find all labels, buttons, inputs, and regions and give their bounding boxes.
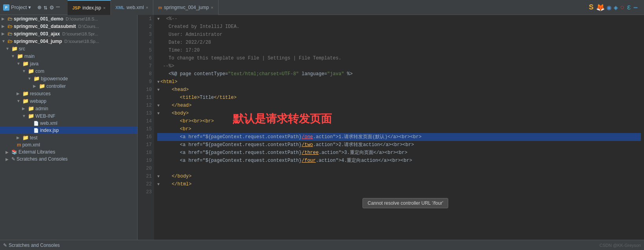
browser-icon-6[interactable]: ⋯: [633, 3, 638, 12]
line-numbers: 1 2 3 4 5 6 7 8 9 10 11 12 13 14 15 16 1…: [138, 15, 154, 240]
add-icon[interactable]: ⊕: [37, 4, 41, 11]
tab-index-jsp[interactable]: JSP index.jsp ×: [68, 0, 111, 15]
project-dropdown-arrow[interactable]: ▾: [28, 4, 31, 10]
scratches-item[interactable]: ✎ Scratches and Consoles: [3, 243, 60, 248]
admin-label: admin: [35, 106, 48, 111]
sidebar-item-pomxml[interactable]: ▶ m pom.xml: [0, 141, 137, 148]
sidebar-item-webapp[interactable]: ▼ 📁 webapp: [0, 97, 137, 105]
folder-icon: 📁: [33, 76, 40, 81]
browser-icon-3[interactable]: ◈: [614, 3, 618, 12]
com-label: com: [35, 69, 44, 74]
sidebar-item-webxml[interactable]: ▶ 📄 web.xml: [0, 120, 137, 127]
tab-label-web-xml: web.xml: [127, 5, 144, 10]
arrow-icon: ▶: [17, 135, 21, 140]
scratches-label: Scratches and Consoles: [17, 156, 68, 162]
src-label: src: [19, 46, 25, 52]
project-label[interactable]: P Project ▾: [3, 4, 31, 11]
lib-icon: 📚: [11, 149, 17, 155]
browser-icon-4[interactable]: ○: [620, 4, 625, 11]
sidebar-item-external-libs[interactable]: ▶ 📚 External Libraries: [0, 148, 137, 156]
sidebar-item-project4[interactable]: ▼ 🗁 springmvc_004_jump D:\course\18.Sp..…: [0, 37, 137, 45]
tab-web-xml[interactable]: XML web.xml ×: [111, 0, 154, 15]
scratches-label: Scratches and Consoles: [9, 243, 60, 248]
tab-label-springmvc-jump: springmvc_004_jump: [164, 5, 209, 10]
project-title: Project: [11, 4, 27, 10]
code-line-3: User: Administrator: [157, 31, 641, 39]
arrow-icon: ▼: [2, 39, 6, 43]
arrow-icon: ▶: [6, 150, 10, 154]
fold-icon[interactable]: ▼: [157, 17, 160, 21]
external-libs-label: External Libraries: [18, 149, 55, 155]
sidebar-item-webinf[interactable]: ▼ 📁 WEB-INF: [0, 112, 137, 120]
java-label: java: [30, 61, 39, 67]
watermark: CSDN @KK-Greyson: [600, 243, 641, 248]
tab-springmvc-jump[interactable]: m springmvc_004_jump ×: [153, 0, 218, 15]
project-icon: P: [3, 4, 9, 11]
scratch-icon: ✎: [11, 156, 15, 162]
fold-icon[interactable]: ▼: [157, 182, 160, 187]
folder-icon: 📁: [28, 106, 34, 111]
pomxml-label: pom.xml: [22, 142, 40, 148]
code-area[interactable]: 1 2 3 4 5 6 7 8 9 10 11 12 13 14 15 16 1…: [138, 15, 644, 240]
sidebar-item-admin[interactable]: ▶ 📁 admin: [0, 105, 137, 112]
bjpowernode-label: bjpowernode: [41, 76, 68, 81]
arrow-icon: ▼: [6, 46, 10, 51]
layout-icon[interactable]: ⇅: [44, 4, 48, 11]
code-content[interactable]: 默认是请求转发页面 ▼ <%-- Created by IntelliJ IDE…: [154, 15, 644, 240]
sidebar-item-controller[interactable]: ▶ 📁 controller: [0, 82, 137, 90]
controller-label: controller: [46, 83, 66, 89]
code-line-23: [157, 188, 641, 196]
sidebar-item-project3[interactable]: ▶ 🗁 springmvc_003_ajax D:\course\18.Spr.…: [0, 30, 137, 37]
sidebar-item-scratches[interactable]: ▶ ✎ Scratches and Consoles: [0, 156, 137, 163]
code-line-11: <title>Title</title>: [157, 94, 641, 102]
arrow-icon: ▼: [17, 99, 21, 103]
sidebar-item-indexjsp[interactable]: ▶ 📄 index.jsp: [0, 127, 137, 134]
project3-label: springmvc_003_ajax: [14, 31, 60, 37]
tab-close-springmvc-jump[interactable]: ×: [211, 5, 213, 10]
sidebar-item-resources[interactable]: ▶ 📁 resources: [0, 90, 137, 97]
arrow-icon: ▶: [2, 17, 6, 21]
sidebar-item-src[interactable]: ▼ 📁 src: [0, 45, 137, 52]
editor: 1 2 3 4 5 6 7 8 9 10 11 12 13 14 15 16 1…: [138, 15, 644, 240]
webxml-label: web.xml: [40, 120, 57, 126]
sidebar-item-project1[interactable]: ▶ 🗁 springmvc_001_demo D:\course\18.S...: [0, 15, 137, 22]
bottom-bar: ✎ Scratches and Consoles CSDN @KK-Greyso…: [0, 240, 644, 250]
project1-label: springmvc_001_demo: [14, 16, 63, 22]
test-label: test: [30, 135, 37, 141]
main-label: main: [24, 54, 35, 59]
settings-icon[interactable]: ⚙: [50, 4, 54, 11]
fold-icon[interactable]: ▼: [157, 80, 160, 84]
code-line-8: <%@ page contentType="text/html;charset=…: [157, 70, 641, 78]
webapp-label: webapp: [30, 98, 46, 104]
fold-icon[interactable]: ▼: [157, 104, 160, 108]
tab-close-web-xml[interactable]: ×: [146, 5, 148, 10]
browser-icon-5[interactable]: ε: [627, 4, 631, 11]
tab-close-index-jsp[interactable]: ×: [103, 6, 105, 10]
browser-icon-2[interactable]: ◉: [607, 3, 611, 12]
arrow-icon: ▼: [28, 76, 32, 81]
code-line-7: --%>: [157, 62, 641, 70]
sidebar-item-test[interactable]: ▶ 📁 test: [0, 134, 137, 141]
folder-icon: 📁: [11, 46, 18, 52]
minimize-icon[interactable]: —: [56, 4, 60, 11]
m-icon: m: [17, 142, 21, 148]
sidebar-item-bjpowernode[interactable]: ▼ 📁 bjpowernode: [0, 75, 137, 82]
project2-path: D:\Cours...: [77, 24, 99, 29]
code-line-16: <a href="${pageContext.request.contextPa…: [157, 133, 641, 141]
jsp-file-icon: 📄: [33, 128, 39, 133]
project3-path: D:\course\18.Spr...: [61, 31, 98, 36]
fold-icon[interactable]: ▼: [157, 88, 160, 92]
sidebar-item-com[interactable]: ▼ 📁 com: [0, 67, 137, 75]
code-line-6: To change this template use File | Setti…: [157, 54, 641, 62]
project1-path: D:\course\18.S...: [64, 17, 98, 21]
jsp-icon: JSP: [72, 6, 81, 10]
sidebar-item-main[interactable]: ▼ 📁 main: [0, 52, 137, 60]
fold-icon[interactable]: ▼: [157, 111, 160, 116]
sidebar-item-java[interactable]: ▼ 📁 java: [0, 60, 137, 67]
fold-icon[interactable]: ▼: [157, 174, 160, 179]
sidebar-item-project2[interactable]: ▶ 🗁 springmvc_002_datasubmit D:\Cours...: [0, 22, 137, 30]
folder-icon: 🗁: [7, 38, 13, 44]
arrow-icon: ▶: [6, 157, 10, 161]
browser-icon-1[interactable]: 🦊: [596, 3, 605, 12]
code-line-5: Time: 17:20: [157, 46, 641, 54]
